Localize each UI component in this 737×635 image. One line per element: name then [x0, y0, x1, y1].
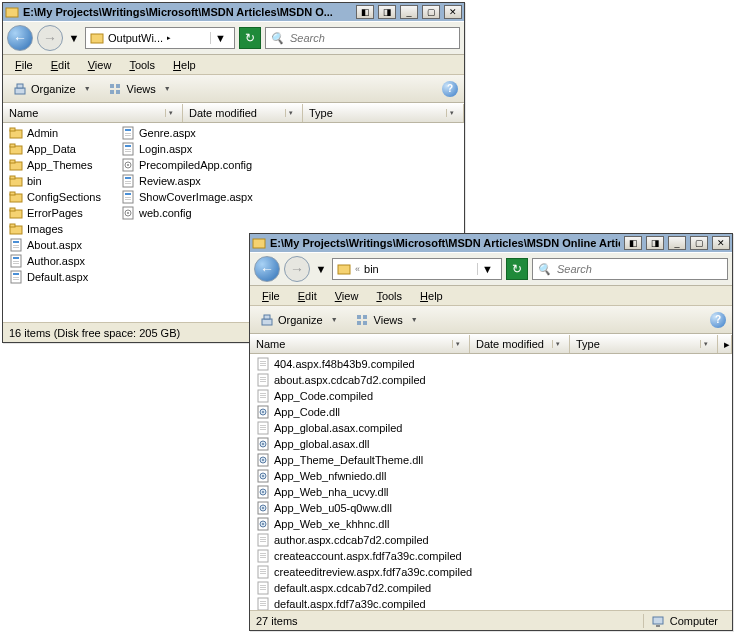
minimize-button[interactable]: _ [668, 236, 686, 250]
list-item[interactable]: Admin [7, 125, 103, 141]
list-item[interactable]: App_Themes [7, 157, 103, 173]
tab-left-button[interactable]: ◧ [624, 236, 642, 250]
back-button[interactable]: ← [7, 25, 33, 51]
list-item[interactable]: ConfigSections [7, 189, 103, 205]
list-item[interactable]: bin [7, 173, 103, 189]
list-item[interactable]: about.aspx.cdcab7d2.compiled [254, 372, 474, 388]
list-item[interactable]: App_Data [7, 141, 103, 157]
views-button[interactable]: Views [352, 311, 422, 329]
address-bar[interactable]: « bin ▼ [332, 258, 502, 280]
menu-help[interactable]: Help [412, 288, 451, 304]
list-item[interactable]: App_Code.compiled [254, 388, 474, 404]
menu-edit[interactable]: Edit [290, 288, 325, 304]
titlebar[interactable]: E:\My Projects\Writings\Microsoft\MSDN A… [250, 234, 732, 252]
forward-button[interactable]: → [37, 25, 63, 51]
list-item[interactable]: App_Theme_DefaultTheme.dll [254, 452, 474, 468]
col-dropdown[interactable]: ▾ [285, 109, 296, 117]
list-item[interactable]: Review.aspx [119, 173, 255, 189]
list-item[interactable]: createaccount.aspx.fdf7a39c.compiled [254, 548, 474, 564]
list-item[interactable]: default.aspx.cdcab7d2.compiled [254, 580, 483, 596]
search-box[interactable]: 🔍 [532, 258, 728, 280]
list-item[interactable]: Author.aspx [7, 253, 103, 269]
svg-rect-108 [260, 557, 266, 558]
menu-file[interactable]: File [7, 57, 41, 73]
titlebar[interactable]: E:\My Projects\Writings\Microsoft\MSDN A… [3, 3, 464, 21]
views-button[interactable]: Views [105, 80, 175, 98]
refresh-button[interactable]: ↻ [506, 258, 528, 280]
back-button[interactable]: ← [254, 256, 280, 282]
col-dropdown[interactable]: ▾ [552, 340, 563, 348]
column-date[interactable]: Date modified▾ [470, 335, 570, 353]
list-item[interactable]: App_Web_xe_khhnc.dll [254, 516, 474, 532]
forward-button[interactable]: → [284, 256, 310, 282]
col-dropdown[interactable]: ▾ [452, 340, 463, 348]
close-button[interactable]: ✕ [444, 5, 462, 19]
help-icon[interactable]: ? [442, 81, 458, 97]
status-bar: 27 items Computer [250, 610, 732, 630]
refresh-button[interactable]: ↻ [239, 27, 261, 49]
column-name[interactable]: Name▾ [250, 335, 470, 353]
tab-right-button[interactable]: ◨ [646, 236, 664, 250]
column-name[interactable]: Name▾ [3, 104, 183, 122]
list-item[interactable]: App_Code.dll [254, 404, 474, 420]
tab-right-button[interactable]: ◨ [378, 5, 396, 19]
tab-left-button[interactable]: ◧ [356, 5, 374, 19]
file-label: bin [27, 175, 42, 187]
list-item[interactable]: App_Web_u05-q0ww.dll [254, 500, 474, 516]
column-scroll[interactable]: ▸ [718, 335, 732, 353]
minimize-button[interactable]: _ [400, 5, 418, 19]
menu-view[interactable]: View [327, 288, 367, 304]
address-bar[interactable]: OutputWi... ▸ ▼ [85, 27, 235, 49]
menu-tools[interactable]: Tools [368, 288, 410, 304]
list-item[interactable]: web.config [119, 205, 255, 221]
address-dropdown[interactable]: ▼ [477, 263, 497, 275]
file-label: Images [27, 223, 63, 235]
search-box[interactable]: 🔍 [265, 27, 460, 49]
list-item[interactable]: ShowCoverImage.aspx [119, 189, 255, 205]
menu-help[interactable]: Help [165, 57, 204, 73]
history-dropdown[interactable]: ▼ [314, 263, 328, 275]
menu-tools[interactable]: Tools [121, 57, 163, 73]
svg-rect-61 [363, 315, 367, 319]
menu-view[interactable]: View [80, 57, 120, 73]
file-label: Genre.aspx [139, 127, 196, 139]
maximize-button[interactable]: ▢ [422, 5, 440, 19]
list-item[interactable]: Images [7, 221, 103, 237]
help-icon[interactable]: ? [710, 312, 726, 328]
list-item[interactable]: Default.aspx [7, 269, 103, 285]
search-input[interactable] [288, 31, 455, 45]
close-button[interactable]: ✕ [712, 236, 730, 250]
column-date[interactable]: Date modified▾ [183, 104, 303, 122]
list-item[interactable]: createeditreview.aspx.fdf7a39c.compiled [254, 564, 474, 580]
menu-edit[interactable]: Edit [43, 57, 78, 73]
list-item[interactable]: ErrorPages [7, 205, 103, 221]
organize-button[interactable]: Organize [256, 311, 342, 329]
list-item[interactable]: author.aspx.cdcab7d2.compiled [254, 532, 474, 548]
col-dropdown[interactable]: ▾ [165, 109, 176, 117]
status-location: Computer [670, 615, 718, 627]
nav-bar: ← → ▼ « bin ▼ ↻ 🔍 [250, 252, 732, 286]
list-item[interactable]: default.aspx.fdf7a39c.compiled [254, 596, 483, 610]
col-dropdown[interactable]: ▾ [446, 109, 457, 117]
file-list[interactable]: 404.aspx.f48b43b9.compiledabout.aspx.cdc… [250, 354, 732, 610]
svg-rect-23 [13, 241, 19, 243]
list-item[interactable]: App_Web_nfwniedo.dll [254, 468, 474, 484]
svg-rect-31 [13, 273, 19, 275]
list-item[interactable]: 404.aspx.f48b43b9.compiled [254, 356, 474, 372]
list-item[interactable]: App_global.asax.dll [254, 436, 474, 452]
address-dropdown[interactable]: ▼ [210, 32, 230, 44]
column-type[interactable]: Type▾ [570, 335, 718, 353]
list-item[interactable]: Genre.aspx [119, 125, 255, 141]
list-item[interactable]: PrecompiledApp.config [119, 157, 255, 173]
col-dropdown[interactable]: ▾ [700, 340, 711, 348]
history-dropdown[interactable]: ▼ [67, 32, 81, 44]
list-item[interactable]: App_Web_nha_ucvy.dll [254, 484, 474, 500]
column-type[interactable]: Type▾ [303, 104, 464, 122]
list-item[interactable]: About.aspx [7, 237, 103, 253]
list-item[interactable]: Login.aspx [119, 141, 255, 157]
organize-button[interactable]: Organize [9, 80, 95, 98]
menu-file[interactable]: File [254, 288, 288, 304]
search-input[interactable] [555, 262, 723, 276]
list-item[interactable]: App_global.asax.compiled [254, 420, 474, 436]
maximize-button[interactable]: ▢ [690, 236, 708, 250]
